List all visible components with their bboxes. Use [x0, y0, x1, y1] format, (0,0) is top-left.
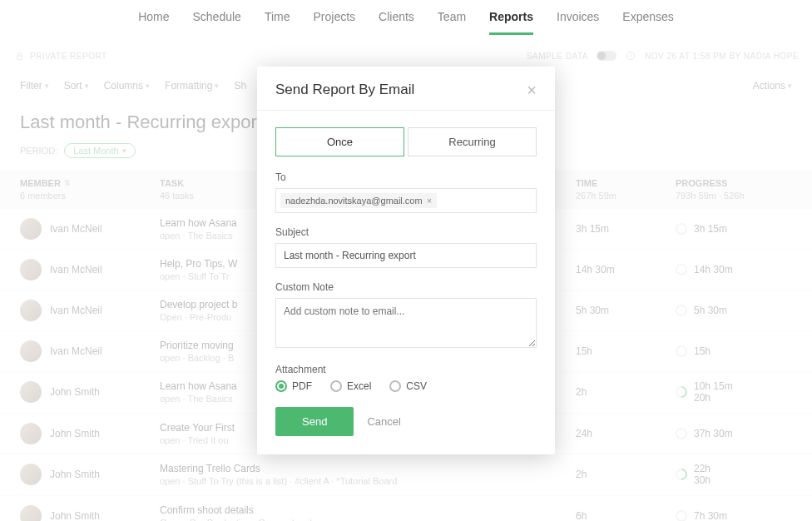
custom-note-label: Custom Note [275, 281, 537, 293]
recipient-chip: nadezhda.novitskaya@gmail.com × [280, 193, 437, 208]
attachment-pdf-radio[interactable]: PDF [275, 380, 312, 392]
attachment-excel-radio[interactable]: Excel [330, 380, 371, 392]
to-label: To [275, 171, 537, 183]
nav-invoices[interactable]: Invoices [557, 10, 599, 35]
tab-recurring[interactable]: Recurring [408, 127, 537, 156]
nav-team[interactable]: Team [438, 10, 466, 35]
attachment-csv-radio[interactable]: CSV [389, 380, 427, 392]
nav-expenses[interactable]: Expenses [622, 10, 673, 35]
nav-time[interactable]: Time [265, 10, 290, 35]
remove-chip-icon[interactable]: × [427, 196, 432, 206]
modal-title: Send Report By Email [275, 82, 414, 98]
nav-schedule[interactable]: Schedule [193, 10, 241, 35]
close-icon[interactable]: × [527, 82, 537, 98]
cancel-button[interactable]: Cancel [367, 415, 400, 428]
radio-icon [389, 380, 401, 392]
nav-projects[interactable]: Projects [313, 10, 355, 35]
nav-clients[interactable]: Clients [379, 10, 414, 35]
to-input[interactable]: nadezhda.novitskaya@gmail.com × [275, 188, 537, 213]
radio-selected-icon [275, 380, 287, 392]
custom-note-input[interactable] [275, 298, 537, 348]
subject-label: Subject [275, 226, 537, 238]
attachment-label: Attachment [275, 364, 537, 375]
nav-reports[interactable]: Reports [489, 10, 533, 35]
main-nav: Home Schedule Time Projects Clients Team… [0, 0, 812, 35]
nav-home[interactable]: Home [138, 10, 169, 35]
tab-once[interactable]: Once [275, 127, 404, 156]
send-button[interactable]: Send [275, 407, 354, 436]
send-email-modal: Send Report By Email × Once Recurring To… [257, 67, 555, 454]
subject-input[interactable] [275, 243, 537, 268]
radio-icon [330, 380, 342, 392]
